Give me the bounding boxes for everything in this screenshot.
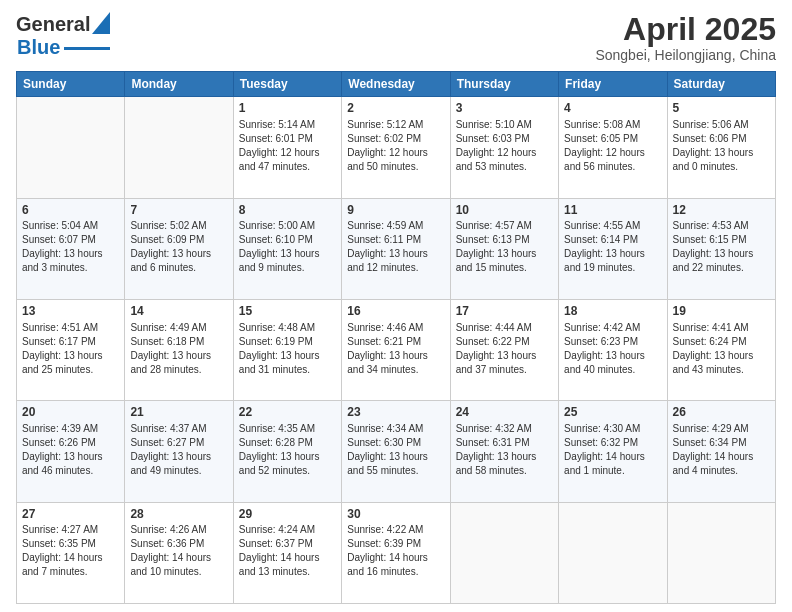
table-row: 8Sunrise: 5:00 AMSunset: 6:10 PMDaylight… xyxy=(233,198,341,299)
day-number: 5 xyxy=(673,100,770,117)
day-number: 27 xyxy=(22,506,119,523)
day-number: 26 xyxy=(673,404,770,421)
day-info: Sunrise: 4:59 AM xyxy=(347,219,444,233)
day-info: Sunrise: 5:10 AM xyxy=(456,118,553,132)
day-info: Sunset: 6:36 PM xyxy=(130,537,227,551)
table-row: 23Sunrise: 4:34 AMSunset: 6:30 PMDayligh… xyxy=(342,401,450,502)
day-info: Sunrise: 4:22 AM xyxy=(347,523,444,537)
day-info: Sunset: 6:26 PM xyxy=(22,436,119,450)
table-row: 15Sunrise: 4:48 AMSunset: 6:19 PMDayligh… xyxy=(233,299,341,400)
day-info: Daylight: 14 hours and 7 minutes. xyxy=(22,551,119,579)
calendar-week-row: 6Sunrise: 5:04 AMSunset: 6:07 PMDaylight… xyxy=(17,198,776,299)
day-info: Daylight: 13 hours and 52 minutes. xyxy=(239,450,336,478)
day-info: Daylight: 13 hours and 28 minutes. xyxy=(130,349,227,377)
day-number: 1 xyxy=(239,100,336,117)
table-row: 1Sunrise: 5:14 AMSunset: 6:01 PMDaylight… xyxy=(233,97,341,198)
day-info: Sunset: 6:21 PM xyxy=(347,335,444,349)
day-info: Sunrise: 4:32 AM xyxy=(456,422,553,436)
day-number: 15 xyxy=(239,303,336,320)
day-info: Sunset: 6:09 PM xyxy=(130,233,227,247)
table-row: 7Sunrise: 5:02 AMSunset: 6:09 PMDaylight… xyxy=(125,198,233,299)
day-info: Sunrise: 4:55 AM xyxy=(564,219,661,233)
day-info: Sunset: 6:35 PM xyxy=(22,537,119,551)
day-info: Sunset: 6:13 PM xyxy=(456,233,553,247)
day-info: Sunrise: 5:04 AM xyxy=(22,219,119,233)
day-info: Sunrise: 4:29 AM xyxy=(673,422,770,436)
day-info: Daylight: 13 hours and 22 minutes. xyxy=(673,247,770,275)
day-info: Sunrise: 4:37 AM xyxy=(130,422,227,436)
logo-triangle-icon xyxy=(92,12,110,34)
table-row: 19Sunrise: 4:41 AMSunset: 6:24 PMDayligh… xyxy=(667,299,775,400)
day-number: 6 xyxy=(22,202,119,219)
day-info: Daylight: 13 hours and 9 minutes. xyxy=(239,247,336,275)
page-subtitle: Songbei, Heilongjiang, China xyxy=(595,47,776,63)
day-info: Sunset: 6:31 PM xyxy=(456,436,553,450)
day-info: Sunset: 6:37 PM xyxy=(239,537,336,551)
day-info: Sunset: 6:19 PM xyxy=(239,335,336,349)
table-row: 11Sunrise: 4:55 AMSunset: 6:14 PMDayligh… xyxy=(559,198,667,299)
day-info: Daylight: 13 hours and 15 minutes. xyxy=(456,247,553,275)
table-row: 29Sunrise: 4:24 AMSunset: 6:37 PMDayligh… xyxy=(233,502,341,603)
table-row: 5Sunrise: 5:06 AMSunset: 6:06 PMDaylight… xyxy=(667,97,775,198)
day-info: Sunset: 6:22 PM xyxy=(456,335,553,349)
table-row: 20Sunrise: 4:39 AMSunset: 6:26 PMDayligh… xyxy=(17,401,125,502)
day-info: Sunset: 6:15 PM xyxy=(673,233,770,247)
day-number: 28 xyxy=(130,506,227,523)
col-tuesday: Tuesday xyxy=(233,72,341,97)
logo-general-text: General xyxy=(16,13,90,36)
day-info: Daylight: 13 hours and 40 minutes. xyxy=(564,349,661,377)
day-info: Daylight: 12 hours and 50 minutes. xyxy=(347,146,444,174)
day-info: Sunset: 6:23 PM xyxy=(564,335,661,349)
day-info: Daylight: 13 hours and 46 minutes. xyxy=(22,450,119,478)
svg-marker-0 xyxy=(92,12,110,34)
table-row: 24Sunrise: 4:32 AMSunset: 6:31 PMDayligh… xyxy=(450,401,558,502)
table-row: 28Sunrise: 4:26 AMSunset: 6:36 PMDayligh… xyxy=(125,502,233,603)
day-number: 19 xyxy=(673,303,770,320)
day-number: 12 xyxy=(673,202,770,219)
day-number: 23 xyxy=(347,404,444,421)
title-section: April 2025 Songbei, Heilongjiang, China xyxy=(595,12,776,63)
day-info: Daylight: 12 hours and 47 minutes. xyxy=(239,146,336,174)
day-number: 13 xyxy=(22,303,119,320)
day-info: Sunset: 6:11 PM xyxy=(347,233,444,247)
day-info: Sunset: 6:18 PM xyxy=(130,335,227,349)
day-number: 4 xyxy=(564,100,661,117)
day-info: Sunrise: 4:41 AM xyxy=(673,321,770,335)
day-info: Sunset: 6:03 PM xyxy=(456,132,553,146)
table-row: 18Sunrise: 4:42 AMSunset: 6:23 PMDayligh… xyxy=(559,299,667,400)
day-info: Sunset: 6:05 PM xyxy=(564,132,661,146)
day-info: Sunrise: 4:49 AM xyxy=(130,321,227,335)
table-row: 27Sunrise: 4:27 AMSunset: 6:35 PMDayligh… xyxy=(17,502,125,603)
table-row: 6Sunrise: 5:04 AMSunset: 6:07 PMDaylight… xyxy=(17,198,125,299)
day-info: Sunset: 6:14 PM xyxy=(564,233,661,247)
calendar-week-row: 13Sunrise: 4:51 AMSunset: 6:17 PMDayligh… xyxy=(17,299,776,400)
day-number: 30 xyxy=(347,506,444,523)
day-info: Sunrise: 4:48 AM xyxy=(239,321,336,335)
day-info: Daylight: 13 hours and 37 minutes. xyxy=(456,349,553,377)
day-number: 17 xyxy=(456,303,553,320)
day-info: Sunset: 6:01 PM xyxy=(239,132,336,146)
day-info: Sunrise: 4:35 AM xyxy=(239,422,336,436)
table-row xyxy=(667,502,775,603)
day-info: Sunrise: 4:57 AM xyxy=(456,219,553,233)
day-info: Daylight: 13 hours and 25 minutes. xyxy=(22,349,119,377)
table-row xyxy=(125,97,233,198)
day-info: Sunrise: 4:30 AM xyxy=(564,422,661,436)
day-info: Daylight: 12 hours and 56 minutes. xyxy=(564,146,661,174)
day-info: Daylight: 14 hours and 16 minutes. xyxy=(347,551,444,579)
day-info: Daylight: 13 hours and 49 minutes. xyxy=(130,450,227,478)
day-info: Daylight: 13 hours and 55 minutes. xyxy=(347,450,444,478)
day-info: Daylight: 13 hours and 34 minutes. xyxy=(347,349,444,377)
day-number: 14 xyxy=(130,303,227,320)
calendar-week-row: 20Sunrise: 4:39 AMSunset: 6:26 PMDayligh… xyxy=(17,401,776,502)
day-info: Sunrise: 4:24 AM xyxy=(239,523,336,537)
day-info: Sunrise: 5:14 AM xyxy=(239,118,336,132)
calendar-table: Sunday Monday Tuesday Wednesday Thursday… xyxy=(16,71,776,604)
table-row: 17Sunrise: 4:44 AMSunset: 6:22 PMDayligh… xyxy=(450,299,558,400)
day-info: Sunrise: 5:08 AM xyxy=(564,118,661,132)
col-friday: Friday xyxy=(559,72,667,97)
header: General Blue April 2025 Songbei, Heilong… xyxy=(16,12,776,63)
day-info: Sunset: 6:39 PM xyxy=(347,537,444,551)
table-row: 26Sunrise: 4:29 AMSunset: 6:34 PMDayligh… xyxy=(667,401,775,502)
table-row: 12Sunrise: 4:53 AMSunset: 6:15 PMDayligh… xyxy=(667,198,775,299)
